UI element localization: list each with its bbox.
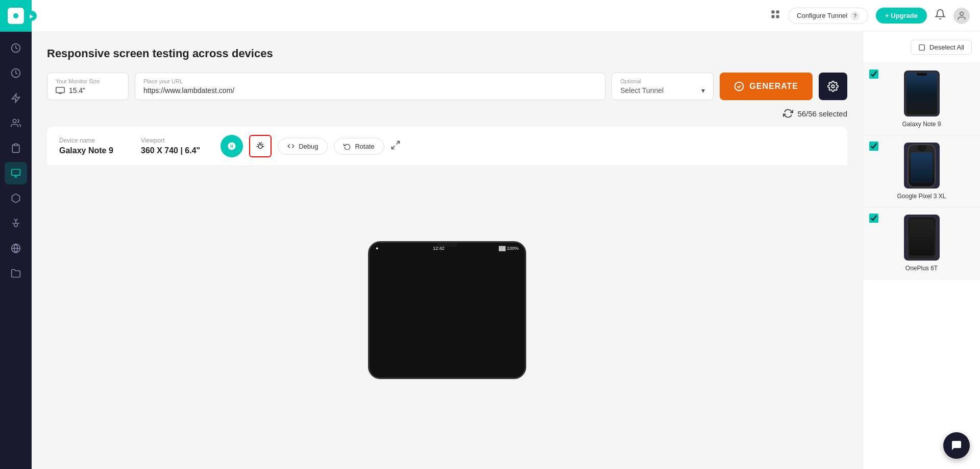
tunnel-select-box[interactable]: Optional Select Tunnel ▾ xyxy=(611,73,714,100)
notifications-icon[interactable] xyxy=(935,9,946,22)
configure-tunnel-button[interactable]: Configure Tunnel ? xyxy=(788,8,868,24)
users-icon xyxy=(11,118,21,128)
device-preview: ● 12:42 ▓▓ 100% xyxy=(47,166,847,454)
rotate-label: Rotate xyxy=(355,143,374,150)
phone-container: ● 12:42 ▓▓ 100% xyxy=(368,241,526,379)
sidebar-item-analytics[interactable] xyxy=(5,37,27,59)
bug-report-button[interactable] xyxy=(249,135,272,157)
logo[interactable]: ▶ xyxy=(0,0,32,32)
left-panel: Responsive screen testing across devices… xyxy=(32,32,863,469)
svg-rect-12 xyxy=(776,15,779,18)
screenshot-icon xyxy=(11,168,21,178)
device-list-item-3: OnePlus 6T xyxy=(863,207,980,279)
device-checkbox-oneplus-6t[interactable] xyxy=(869,214,878,223)
device-thumb-oneplus-6t xyxy=(904,215,940,261)
tunnel-value: Select Tunnel ▾ xyxy=(620,86,705,95)
sidebar-item-files[interactable] xyxy=(5,262,27,285)
sidebar-item-clipboard[interactable] xyxy=(5,137,27,159)
monitor-size-label: Your Monitor Size xyxy=(56,78,120,84)
device-image-2 xyxy=(908,144,936,187)
monitor-size-box: Your Monitor Size 15.4" xyxy=(47,73,129,100)
device-list-item: Galaxy Note 9 xyxy=(863,63,980,135)
pixel-screen xyxy=(911,152,933,183)
device-card: Device name Galaxy Note 9 Viewport 360 X… xyxy=(47,127,847,454)
tunnel-dropdown-icon: ▾ xyxy=(701,86,705,95)
device-card-header: Device name Galaxy Note 9 Viewport 360 X… xyxy=(47,127,847,166)
rotate-button[interactable]: Rotate xyxy=(334,138,384,155)
generate-label: GENERATE xyxy=(749,82,798,91)
svg-rect-20 xyxy=(919,44,925,50)
deselect-icon xyxy=(918,44,925,51)
logo-dot xyxy=(13,13,18,18)
upgrade-button[interactable]: + Upgrade xyxy=(876,8,927,24)
globe-icon xyxy=(11,243,21,253)
generate-button[interactable]: GENERATE xyxy=(720,73,813,100)
chat-button[interactable] xyxy=(943,432,970,459)
oneplus-screen xyxy=(910,220,934,255)
page-title: Responsive screen testing across devices xyxy=(47,47,847,60)
clipboard-icon xyxy=(11,143,21,153)
svg-rect-14 xyxy=(56,87,65,93)
device-checkbox-galaxy-note-9[interactable] xyxy=(869,69,878,79)
monitor-size-number: 15.4" xyxy=(69,86,85,95)
viewport-label: Viewport xyxy=(141,137,200,144)
device-list-name-3: OnePlus 6T xyxy=(905,265,938,272)
user-avatar[interactable] xyxy=(953,8,970,24)
selected-count-row: 56/56 selected xyxy=(47,108,847,119)
phone-carrier: ● xyxy=(376,246,378,251)
device-list-name-1: Galaxy Note 9 xyxy=(902,121,941,128)
phone-mockup: ● 12:42 ▓▓ 100% xyxy=(368,241,526,379)
svg-point-3 xyxy=(13,120,16,123)
svg-point-13 xyxy=(960,12,964,15)
svg-marker-2 xyxy=(12,94,20,103)
refresh-icon xyxy=(783,108,793,119)
configure-tunnel-label: Configure Tunnel xyxy=(797,12,847,19)
selected-count-text: 56/56 selected xyxy=(797,109,847,118)
sidebar-nav xyxy=(0,32,32,285)
deselect-all-label: Deselect All xyxy=(929,43,964,51)
phone-screen xyxy=(370,254,525,378)
launch-button[interactable] xyxy=(220,135,243,157)
svg-rect-9 xyxy=(772,11,775,14)
sidebar-item-live[interactable] xyxy=(5,87,27,109)
topbar: Configure Tunnel ? + Upgrade xyxy=(32,0,980,32)
sidebar-item-screenshot[interactable] xyxy=(5,162,27,184)
viewport-info: Viewport 360 X 740 | 6.4" xyxy=(141,137,200,155)
svg-point-17 xyxy=(735,82,744,91)
phone-camera xyxy=(437,243,457,247)
viewport-value: 360 X 740 | 6.4" xyxy=(141,146,200,155)
svg-rect-10 xyxy=(776,11,779,14)
bug-icon xyxy=(11,218,21,228)
device-actions: Debug Rotate xyxy=(220,135,401,157)
expand-button[interactable] xyxy=(390,140,401,153)
device-checkbox-pixel-3xl[interactable] xyxy=(869,142,878,151)
svg-rect-4 xyxy=(14,144,18,146)
right-panel-header: Deselect All xyxy=(863,32,980,63)
svg-rect-5 xyxy=(12,170,20,176)
grid-icon xyxy=(770,9,780,22)
sidebar-item-issues[interactable] xyxy=(5,212,27,235)
sidebar-item-history[interactable] xyxy=(5,62,27,84)
sidebar-item-users[interactable] xyxy=(5,112,27,134)
logo-mark xyxy=(8,8,24,24)
analytics-icon xyxy=(11,43,21,53)
tunnel-label: Optional xyxy=(620,78,705,84)
url-label: Place your URL xyxy=(143,78,597,84)
history-icon xyxy=(11,68,21,78)
deselect-all-button[interactable]: Deselect All xyxy=(911,40,972,55)
sidebar-item-network[interactable] xyxy=(5,237,27,260)
device-image-3 xyxy=(907,216,937,260)
pixel-notch xyxy=(917,145,926,151)
sidebar-toggle[interactable]: ▶ xyxy=(27,11,37,21)
expand-icon xyxy=(390,140,401,150)
sidebar-item-visual[interactable] xyxy=(5,187,27,209)
settings-button[interactable] xyxy=(819,73,847,100)
device-thumb-pixel-3xl xyxy=(904,143,940,189)
svg-point-6 xyxy=(14,223,18,227)
debug-button[interactable]: Debug xyxy=(278,138,328,155)
right-panel: Deselect All Galaxy Note 9 xyxy=(863,32,980,469)
generate-icon xyxy=(734,81,744,91)
url-input-box[interactable]: Place your URL https://www.lambdatest.co… xyxy=(135,73,605,100)
rocket-icon xyxy=(227,142,236,151)
svg-rect-11 xyxy=(772,15,775,18)
